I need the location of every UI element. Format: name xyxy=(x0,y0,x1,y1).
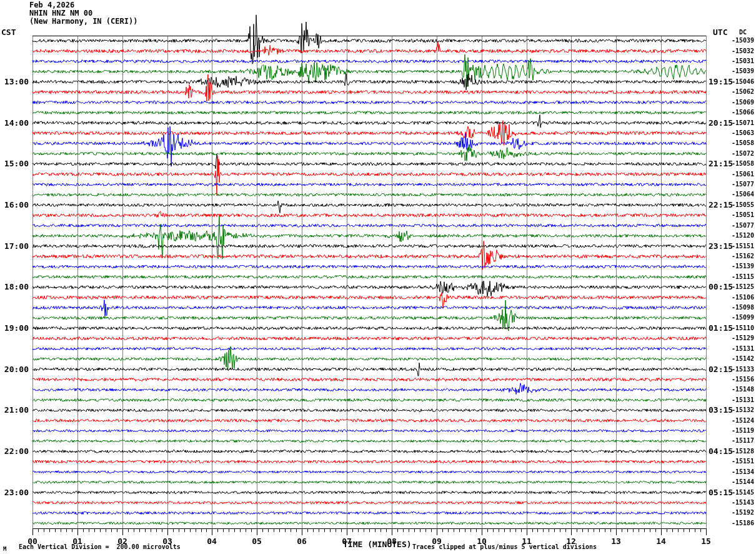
cst-time-label: 23:00 xyxy=(0,488,29,497)
dc-offset-value: -15186 xyxy=(732,520,754,526)
dc-offset-value: -15061 xyxy=(732,171,754,178)
dc-offset-value: -15051 xyxy=(732,211,754,218)
x-axis-title: TIME (MINUTES) xyxy=(343,540,412,549)
dc-offset-value: -15039 xyxy=(732,37,754,44)
utc-time-label: 21:15 xyxy=(709,159,733,168)
cst-time-label: 21:00 xyxy=(0,405,29,415)
x-tick-label: 14 xyxy=(652,536,670,546)
utc-time-label: 04:15 xyxy=(709,446,733,456)
dc-offset-value: -15072 xyxy=(732,150,754,157)
cst-time-label: 17:00 xyxy=(0,241,29,251)
dc-offset-value: -15148 xyxy=(732,386,754,393)
x-tick-label: 13 xyxy=(607,536,625,546)
dc-offset-value: -15151 xyxy=(732,458,754,465)
helicorder-page: Feb 4,2026 NHIN HNZ NM 00 (New Harmony, … xyxy=(0,0,756,554)
dc-offset-value: -15066 xyxy=(732,109,754,116)
dc-column-label: DC xyxy=(739,29,747,36)
dc-offset-value: -15139 xyxy=(732,263,754,269)
cst-time-label: 22:00 xyxy=(0,446,29,456)
dc-offset-value: -15077 xyxy=(732,181,754,188)
right-timezone-label: UTC xyxy=(713,28,727,37)
cst-time-label: 20:00 xyxy=(0,365,29,374)
scale-note: Each Vertical Division = 200.00 microvol… xyxy=(19,543,181,550)
dc-offset-value: -15120 xyxy=(732,232,754,239)
dc-offset-value: -15124 xyxy=(732,417,754,424)
dc-offset-value: -15134 xyxy=(732,468,754,475)
dc-offset-value: -15077 xyxy=(732,222,754,229)
dc-offset-value: -15046 xyxy=(732,78,754,85)
dc-offset-value: -15031 xyxy=(732,58,754,64)
cst-time-label: 13:00 xyxy=(0,77,29,86)
dc-offset-value: -15128 xyxy=(732,448,754,455)
dc-offset-value: -15143 xyxy=(732,499,754,506)
dc-offset-value: -15144 xyxy=(732,478,754,485)
cst-time-label: 19:00 xyxy=(0,323,29,333)
cst-time-label: 14:00 xyxy=(0,118,29,128)
utc-time-label: 19:15 xyxy=(709,77,733,86)
utc-time-label: 01:15 xyxy=(709,323,733,333)
utc-time-label: 03:15 xyxy=(709,405,733,415)
x-tick-label: 04 xyxy=(202,536,221,546)
dc-offset-value: -15069 xyxy=(732,99,754,106)
utc-time-label: 23:15 xyxy=(709,241,733,251)
dc-offset-value: -15098 xyxy=(732,304,754,311)
dc-offset-value: -15129 xyxy=(732,335,754,341)
dc-offset-value: -15106 xyxy=(732,294,754,301)
dc-offset-value: -15145 xyxy=(732,489,754,496)
cst-time-label: 15:00 xyxy=(0,159,29,168)
dc-offset-value: -15133 xyxy=(732,366,754,373)
x-tick-label: 15 xyxy=(697,536,715,546)
cst-time-label: 16:00 xyxy=(0,200,29,209)
dc-offset-value: -15032 xyxy=(732,48,754,54)
header-location: (New Harmony, IN (CERI)) xyxy=(29,18,137,26)
dc-offset-value: -15131 xyxy=(732,396,754,403)
utc-time-label: 02:15 xyxy=(709,365,733,374)
utc-time-label: 22:15 xyxy=(709,200,733,209)
dc-offset-value: -15064 xyxy=(732,191,754,198)
dc-offset-value: -15071 xyxy=(732,119,754,126)
dc-offset-value: -15117 xyxy=(732,437,754,444)
dc-offset-value: -15115 xyxy=(732,273,754,280)
left-timezone-label: CST xyxy=(1,28,16,37)
dc-offset-value: -15058 xyxy=(732,160,754,167)
dc-offset-value: -15142 xyxy=(732,355,754,362)
dc-offset-value: -15192 xyxy=(732,509,754,516)
dc-offset-value: -15063 xyxy=(732,129,754,136)
cst-time-label: 18:00 xyxy=(0,282,29,291)
dc-offset-value: -15039 xyxy=(732,68,754,74)
dc-offset-value: -15131 xyxy=(732,345,754,352)
dc-offset-value: -15156 xyxy=(732,376,754,383)
dc-offset-value: -15062 xyxy=(732,88,754,95)
seismogram-canvas xyxy=(0,0,756,554)
dc-offset-value: -15055 xyxy=(732,201,754,208)
x-tick-label: 05 xyxy=(247,536,266,546)
dc-offset-value: -15125 xyxy=(732,283,754,290)
dc-offset-value: -15058 xyxy=(732,139,754,146)
dc-offset-value: -15151 xyxy=(732,243,754,249)
utc-time-label: 20:15 xyxy=(709,118,733,128)
corner-mark: M xyxy=(3,546,6,552)
clip-note: Traces clipped at plus/minus 5 vertical … xyxy=(412,543,597,550)
utc-time-label: 00:15 xyxy=(709,282,733,291)
dc-offset-value: -15132 xyxy=(732,406,754,413)
x-tick-label: 06 xyxy=(292,536,311,546)
dc-offset-value: -15119 xyxy=(732,427,754,434)
dc-offset-value: -15162 xyxy=(732,253,754,259)
dc-offset-value: -15110 xyxy=(732,325,754,331)
utc-time-label: 05:15 xyxy=(709,488,733,497)
dc-offset-value: -15099 xyxy=(732,314,754,321)
